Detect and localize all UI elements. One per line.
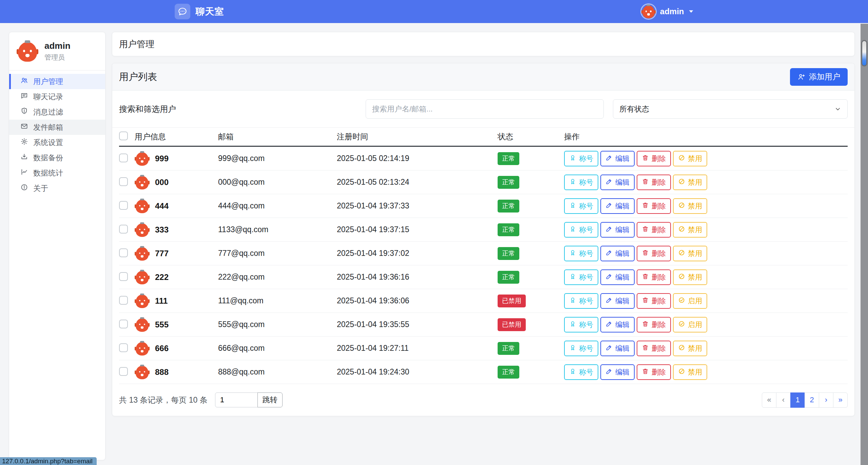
pagination-first-page[interactable]: « (762, 392, 776, 408)
toggle-status-button[interactable]: 禁用 (673, 222, 707, 238)
delete-button[interactable]: 删除 (637, 341, 671, 356)
award-icon (569, 320, 576, 329)
delete-button[interactable]: 删除 (637, 269, 671, 285)
search-filter-label: 搜索和筛选用户 (119, 104, 176, 115)
title-button[interactable]: 称号 (564, 151, 598, 166)
row-checkbox[interactable] (119, 177, 128, 186)
scrollbar-thumb[interactable] (861, 40, 867, 66)
profile-avatar (17, 40, 38, 62)
edit-button[interactable]: 编辑 (600, 341, 635, 356)
row-checkbox[interactable] (119, 320, 128, 328)
sidebar-item-3[interactable]: 发件邮箱 (9, 120, 105, 135)
col-status: 状态 (498, 132, 564, 142)
pagination-last-page[interactable]: » (833, 392, 848, 408)
user-email: 555@qq.com (218, 320, 337, 329)
row-checkbox[interactable] (119, 154, 128, 162)
registration-time: 2025-01-04 19:35:55 (337, 320, 498, 329)
title-button[interactable]: 称号 (564, 198, 598, 214)
delete-button[interactable]: 删除 (637, 364, 671, 380)
sidebar-item-4[interactable]: 系统设置 (9, 135, 105, 150)
title-button[interactable]: 称号 (564, 175, 598, 190)
registration-time: 2025-01-04 19:37:15 (337, 225, 498, 234)
sidebar-item-1[interactable]: 聊天记录 (9, 89, 105, 104)
user-table: 用户信息 邮箱 注册时间 状态 操作 999 999@qq.com 2025-0… (112, 128, 854, 384)
delete-button[interactable]: 删除 (637, 246, 671, 261)
user-name: 333 (155, 225, 169, 235)
toggle-status-button[interactable]: 启用 (673, 317, 707, 332)
pagination-page-2[interactable]: 2 (805, 392, 819, 408)
check-circle-icon (678, 320, 685, 329)
sidebar-item-7[interactable]: 关于 (9, 181, 105, 196)
title-button[interactable]: 称号 (564, 246, 598, 261)
title-button[interactable]: 称号 (564, 293, 598, 309)
title-button[interactable]: 称号 (564, 364, 598, 380)
award-icon (569, 178, 576, 187)
edit-button[interactable]: 编辑 (600, 175, 635, 190)
col-user-info: 用户信息 (135, 132, 218, 142)
sidebar-item-2[interactable]: 消息过滤 (9, 104, 105, 120)
sidebar-item-6[interactable]: 数据统计 (9, 165, 105, 181)
user-name: 888 (155, 367, 169, 377)
toggle-status-button[interactable]: 禁用 (673, 198, 707, 214)
jump-button[interactable]: 跳转 (257, 392, 283, 407)
pagination-next-page[interactable]: › (819, 392, 833, 408)
sidebar-item-0[interactable]: 用户管理 (9, 74, 105, 89)
toggle-status-button[interactable]: 禁用 (673, 269, 707, 285)
row-user-avatar (135, 317, 150, 332)
pencil-icon (605, 202, 613, 210)
add-user-button[interactable]: 添加用户 (790, 68, 848, 86)
user-email: 222@qq.com (218, 272, 337, 282)
toggle-status-button[interactable]: 禁用 (673, 341, 707, 356)
registration-time: 2025-01-04 19:27:11 (337, 344, 498, 353)
edit-button[interactable]: 编辑 (600, 293, 635, 309)
brand: 聊天室 (175, 4, 224, 19)
delete-button[interactable]: 删除 (637, 175, 671, 190)
toggle-status-button[interactable]: 禁用 (673, 364, 707, 380)
scrollbar-track[interactable] (861, 24, 868, 465)
edit-button[interactable]: 编辑 (600, 269, 635, 285)
edit-button[interactable]: 编辑 (600, 246, 635, 261)
jump-page-input[interactable] (215, 392, 258, 407)
row-checkbox[interactable] (119, 343, 128, 352)
toggle-status-button[interactable]: 启用 (673, 293, 707, 309)
row-checkbox[interactable] (119, 296, 128, 305)
user-menu[interactable]: admin (641, 4, 694, 19)
status-badge: 正常 (498, 247, 519, 260)
table-row: 888 888@qq.com 2025-01-04 19:24:30 正常 称号… (119, 360, 848, 384)
trash-icon (642, 249, 649, 258)
toggle-status-button[interactable]: 禁用 (673, 175, 707, 190)
edit-button[interactable]: 编辑 (600, 198, 635, 214)
title-button[interactable]: 称号 (564, 317, 598, 332)
row-checkbox[interactable] (119, 248, 128, 257)
edit-button[interactable]: 编辑 (600, 222, 635, 238)
edit-button[interactable]: 编辑 (600, 151, 635, 166)
check-circle-icon (678, 297, 685, 305)
row-checkbox[interactable] (119, 367, 128, 376)
toggle-status-button[interactable]: 禁用 (673, 151, 707, 166)
status-filter-select[interactable]: 所有状态 (613, 99, 848, 119)
delete-button[interactable]: 删除 (637, 222, 671, 238)
search-input[interactable] (366, 99, 604, 119)
edit-button[interactable]: 编辑 (600, 364, 635, 380)
toggle-status-button[interactable]: 禁用 (673, 246, 707, 261)
pagination-prev-page[interactable]: ‹ (776, 392, 791, 408)
sidebar-item-5[interactable]: 数据备份 (9, 150, 105, 165)
row-checkbox[interactable] (119, 225, 128, 234)
user-email: 888@qq.com (218, 367, 337, 377)
delete-button[interactable]: 删除 (637, 293, 671, 309)
title-button[interactable]: 称号 (564, 222, 598, 238)
edit-button[interactable]: 编辑 (600, 317, 635, 332)
delete-button[interactable]: 删除 (637, 317, 671, 332)
pagination-page-1[interactable]: 1 (790, 392, 805, 408)
title-button[interactable]: 称号 (564, 269, 598, 285)
row-checkbox[interactable] (119, 201, 128, 210)
row-checkbox[interactable] (119, 272, 128, 281)
delete-button[interactable]: 删除 (637, 198, 671, 214)
trash-icon (642, 368, 649, 377)
delete-button[interactable]: 删除 (637, 151, 671, 166)
col-email: 邮箱 (218, 132, 337, 142)
title-button[interactable]: 称号 (564, 341, 598, 356)
select-all-checkbox[interactable] (119, 132, 128, 140)
row-user-avatar (135, 270, 150, 285)
ban-icon (678, 154, 685, 163)
